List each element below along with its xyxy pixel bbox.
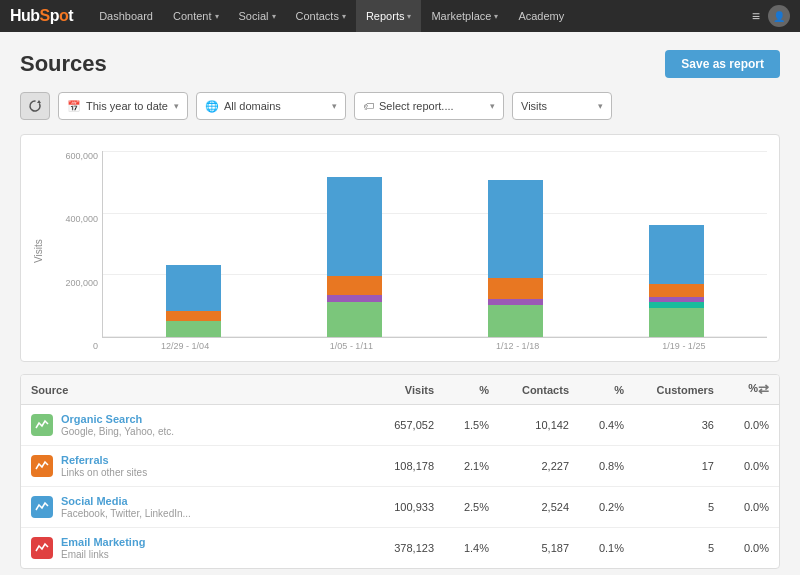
customers-cell[interactable]: 36 xyxy=(634,405,724,446)
customers-pct-cell: 0.0% xyxy=(724,405,779,446)
date-range-label: This year to date xyxy=(86,100,168,112)
col-header-contacts: Contacts xyxy=(499,375,579,405)
customers-pct-cell: 0.0% xyxy=(724,528,779,569)
chevron-down-icon: ▾ xyxy=(215,12,219,21)
source-desc: Facebook, Twitter, LinkedIn... xyxy=(61,508,191,519)
hamburger-icon[interactable]: ≡ xyxy=(752,8,760,24)
chevron-down-icon: ▾ xyxy=(174,101,179,111)
nav-marketplace[interactable]: Marketplace▾ xyxy=(421,0,508,32)
visits-pct-cell: 2.5% xyxy=(444,487,499,528)
source-icon xyxy=(31,414,53,436)
y-label-200k: 200,000 xyxy=(65,278,98,288)
bar-segment xyxy=(166,265,221,311)
bar-segment xyxy=(327,302,382,337)
chevron-down-icon: ▾ xyxy=(598,101,603,111)
filter-bar: 📅 This year to date ▾ 🌐 All domains ▾ 🏷 … xyxy=(20,92,780,120)
nav-bar: HubSpot Dashboard Content▾ Social▾ Conta… xyxy=(0,0,800,32)
tag-icon: 🏷 xyxy=(363,100,374,112)
visits-pct-cell: 2.1% xyxy=(444,446,499,487)
source-text: ReferralsLinks on other sites xyxy=(61,454,147,478)
bar-segment xyxy=(488,180,543,278)
source-icon xyxy=(31,496,53,518)
chevron-down-icon: ▾ xyxy=(494,12,498,21)
refresh-icon xyxy=(28,99,42,113)
sources-table: Source Visits % Contacts % Customers % ⇄… xyxy=(21,375,779,568)
y-label-600k: 600,000 xyxy=(65,151,98,161)
bar-segment xyxy=(649,308,704,337)
source-cell: Email MarketingEmail links xyxy=(21,528,354,569)
customers-cell[interactable]: 5 xyxy=(634,487,724,528)
svg-marker-0 xyxy=(37,100,41,103)
chevron-down-icon: ▾ xyxy=(332,101,337,111)
chevron-down-icon: ▾ xyxy=(342,12,346,21)
col-header-visits-pct: % xyxy=(444,375,499,405)
table-row: Email MarketingEmail links378,1231.4%5,1… xyxy=(21,528,779,569)
chart-card: Visits 600,000 400,000 200,000 0 12/ xyxy=(20,134,780,362)
nav-social[interactable]: Social▾ xyxy=(229,0,286,32)
source-desc: Google, Bing, Yahoo, etc. xyxy=(61,426,174,437)
nav-dashboard[interactable]: Dashboard xyxy=(89,0,163,32)
date-range-select[interactable]: 📅 This year to date ▾ xyxy=(58,92,188,120)
x-label: 1/05 - 1/11 xyxy=(268,338,434,351)
y-label-0: 0 xyxy=(93,341,98,351)
chart-inner: 12/29 - 1/041/05 - 1/111/12 - 1/181/19 -… xyxy=(102,151,767,351)
sort-icon[interactable]: ⇄ xyxy=(758,382,769,397)
source-name[interactable]: Organic Search xyxy=(61,413,174,425)
metric-select[interactable]: Visits ▾ xyxy=(512,92,612,120)
contacts-cell[interactable]: 2,227 xyxy=(499,446,579,487)
customers-pct-cell: 0.0% xyxy=(724,487,779,528)
col-header-customers: Customers xyxy=(634,375,724,405)
contacts-cell[interactable]: 10,142 xyxy=(499,405,579,446)
nav-logo[interactable]: HubSpot xyxy=(10,7,73,25)
customers-cell[interactable]: 5 xyxy=(634,528,724,569)
chevron-down-icon: ▾ xyxy=(272,12,276,21)
source-name[interactable]: Referrals xyxy=(61,454,147,466)
refresh-button[interactable] xyxy=(20,92,50,120)
nav-academy[interactable]: Academy xyxy=(508,0,574,32)
contacts-cell[interactable]: 5,187 xyxy=(499,528,579,569)
table-card: Source Visits % Contacts % Customers % ⇄… xyxy=(20,374,780,569)
chevron-down-icon: ▾ xyxy=(490,101,495,111)
contacts-pct-cell: 0.4% xyxy=(579,405,634,446)
source-cell: ReferralsLinks on other sites xyxy=(21,446,354,487)
customers-cell[interactable]: 17 xyxy=(634,446,724,487)
main-content: Sources Save as report 📅 This year to da… xyxy=(0,32,800,575)
source-name[interactable]: Social Media xyxy=(61,495,191,507)
page-title: Sources xyxy=(20,51,107,77)
bar-segment xyxy=(166,311,221,321)
save-as-report-button[interactable]: Save as report xyxy=(665,50,780,78)
chart-wrapper: Visits 600,000 400,000 200,000 0 12/ xyxy=(33,151,767,351)
x-label: 1/19 - 1/25 xyxy=(601,338,767,351)
nav-reports[interactable]: Reports▾ xyxy=(356,0,422,32)
bar-group xyxy=(435,151,596,337)
visits-cell: 108,178 xyxy=(354,446,444,487)
nav-content[interactable]: Content▾ xyxy=(163,0,229,32)
source-name[interactable]: Email Marketing xyxy=(61,536,145,548)
col-header-contacts-pct: % xyxy=(579,375,634,405)
bar-group xyxy=(274,151,435,337)
y-labels: 600,000 400,000 200,000 0 xyxy=(48,151,98,351)
col-header-customers-pct: % ⇄ xyxy=(724,375,779,405)
visits-cell: 657,052 xyxy=(354,405,444,446)
source-text: Social MediaFacebook, Twitter, LinkedIn.… xyxy=(61,495,191,519)
x-label: 12/29 - 1/04 xyxy=(102,338,268,351)
globe-icon: 🌐 xyxy=(205,100,219,113)
avatar[interactable]: 👤 xyxy=(768,5,790,27)
table-row: ReferralsLinks on other sites108,1782.1%… xyxy=(21,446,779,487)
calendar-icon: 📅 xyxy=(67,100,81,113)
metric-label: Visits xyxy=(521,100,547,112)
bar-group xyxy=(113,151,274,337)
visits-pct-cell: 1.4% xyxy=(444,528,499,569)
bar-segment xyxy=(166,321,221,337)
domain-select[interactable]: 🌐 All domains ▾ xyxy=(196,92,346,120)
report-label: Select report.... xyxy=(379,100,454,112)
page-header: Sources Save as report xyxy=(20,50,780,78)
y-axis-label: Visits xyxy=(33,151,44,351)
nav-contacts[interactable]: Contacts▾ xyxy=(286,0,356,32)
chevron-down-icon: ▾ xyxy=(407,12,411,21)
contacts-cell[interactable]: 2,524 xyxy=(499,487,579,528)
source-text: Email MarketingEmail links xyxy=(61,536,145,560)
report-select[interactable]: 🏷 Select report.... ▾ xyxy=(354,92,504,120)
x-labels: 12/29 - 1/041/05 - 1/111/12 - 1/181/19 -… xyxy=(102,338,767,351)
source-icon xyxy=(31,455,53,477)
